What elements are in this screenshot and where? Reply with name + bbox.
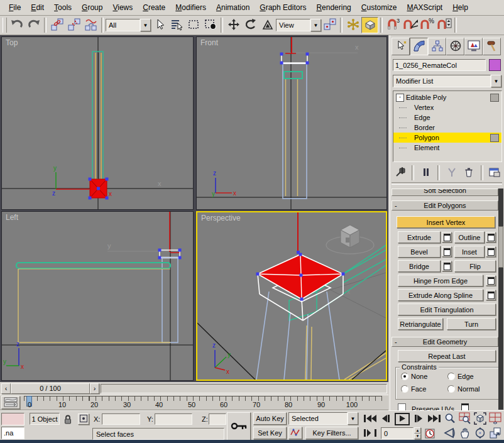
constraint-normal-radio[interactable]: Normal bbox=[447, 385, 479, 393]
expand-toggle[interactable]: - bbox=[396, 94, 404, 102]
time-configuration-button[interactable] bbox=[425, 427, 437, 441]
go-to-start-button[interactable] bbox=[363, 413, 377, 425]
set-key-button[interactable]: Set Key bbox=[253, 427, 287, 439]
key-filters-button[interactable]: Key Filters... bbox=[305, 427, 358, 439]
default-tangent-button[interactable] bbox=[288, 427, 302, 439]
rollout-edit-polygons-header[interactable]: - Edit Polygons bbox=[392, 200, 498, 211]
current-frame-field[interactable]: 0 bbox=[381, 427, 414, 439]
constraint-none-radio[interactable]: None bbox=[401, 373, 427, 380]
unlink-selection-button[interactable] bbox=[65, 17, 82, 33]
constraint-edge-radio[interactable]: Edge bbox=[447, 373, 474, 380]
viewport-top[interactable]: Top x y z x bbox=[1, 36, 194, 210]
spinner-up-icon[interactable]: ▲ bbox=[414, 427, 421, 434]
select-by-name-button[interactable] bbox=[168, 17, 185, 33]
window-crossing-toggle-button[interactable] bbox=[202, 17, 219, 33]
open-mini-curve-editor-button[interactable] bbox=[1, 396, 20, 409]
rollout-edit-geometry-header[interactable]: - Edit Geometry bbox=[392, 337, 498, 347]
panel-scrollbar-thumb[interactable] bbox=[498, 226, 503, 268]
menu-tools[interactable]: Tools bbox=[49, 1, 77, 14]
pin-stack-button[interactable] bbox=[393, 165, 407, 181]
rectangular-selection-region-button[interactable] bbox=[185, 17, 202, 33]
min-max-toggle-button[interactable] bbox=[489, 427, 501, 440]
hinge-settings-button[interactable] bbox=[486, 275, 496, 286]
modifier-list-dropdown[interactable]: Modifier List ▼ bbox=[393, 75, 501, 87]
extrude-along-spline-button[interactable]: Extrude Along Spline bbox=[398, 289, 483, 301]
track-bar[interactable]: 0 10 20 30 40 50 60 70 80 90 100 bbox=[0, 395, 388, 410]
time-slider-track[interactable] bbox=[101, 384, 387, 393]
hinge-from-edge-button[interactable]: Hinge From Edge bbox=[398, 275, 483, 287]
stack-row-toggle[interactable] bbox=[490, 134, 499, 142]
bridge-settings-button[interactable] bbox=[442, 261, 452, 271]
listener-macro-line[interactable] bbox=[1, 413, 25, 425]
tab-utilities[interactable] bbox=[483, 38, 501, 55]
tab-motion[interactable] bbox=[446, 38, 464, 55]
time-slider-next-arrow[interactable]: › bbox=[90, 383, 99, 394]
stack-row-edge[interactable]: Edge bbox=[393, 112, 501, 123]
menu-rendering[interactable]: Rendering bbox=[311, 1, 356, 14]
redo-button[interactable] bbox=[25, 17, 42, 33]
rollout-soft-selection-header[interactable]: Soft Selection bbox=[392, 189, 498, 196]
select-and-move-button[interactable] bbox=[225, 17, 242, 33]
repeat-last-button[interactable]: Repeat Last bbox=[398, 350, 496, 362]
select-and-link-button[interactable] bbox=[48, 17, 65, 33]
tab-create[interactable] bbox=[392, 38, 410, 55]
menu-create[interactable]: Create bbox=[138, 1, 170, 14]
undo-button[interactable] bbox=[8, 17, 25, 33]
arc-rotate-button[interactable] bbox=[474, 427, 486, 440]
spinner-down-icon[interactable]: ▼ bbox=[414, 434, 421, 440]
angle-snap-toggle-button[interactable] bbox=[402, 17, 419, 33]
bind-to-space-warp-button[interactable] bbox=[82, 17, 99, 33]
configure-modifier-sets-button[interactable] bbox=[488, 165, 502, 181]
menu-group[interactable]: Group bbox=[77, 1, 107, 14]
menu-file[interactable]: File bbox=[4, 1, 26, 14]
snaps-toggle-button[interactable]: 3 bbox=[385, 17, 402, 33]
viewport-front-label[interactable]: Front bbox=[200, 38, 218, 47]
tab-display[interactable] bbox=[464, 38, 483, 55]
remove-modifier-button[interactable] bbox=[462, 165, 476, 181]
flip-button[interactable]: Flip bbox=[454, 260, 496, 272]
menu-modifiers[interactable]: Modifiers bbox=[170, 1, 211, 14]
select-and-rotate-button[interactable] bbox=[242, 17, 259, 33]
chevron-down-icon[interactable]: ▼ bbox=[140, 19, 151, 31]
outline-button[interactable]: Outline bbox=[454, 231, 485, 243]
z-coord-input[interactable] bbox=[209, 414, 226, 424]
stack-row-editable-poly[interactable]: - Editable Poly bbox=[393, 92, 501, 102]
stack-row-border[interactable]: Border bbox=[393, 123, 501, 133]
bevel-settings-button[interactable] bbox=[442, 246, 452, 257]
y-coord-field[interactable] bbox=[155, 413, 192, 425]
tab-hierarchy[interactable] bbox=[428, 38, 446, 55]
stack-row-polygon-selected[interactable]: Polygon bbox=[393, 133, 501, 143]
keyboard-shortcut-override-toggle[interactable] bbox=[361, 17, 378, 33]
zoom-extents-all-button[interactable] bbox=[489, 412, 501, 426]
extrude-settings-button[interactable] bbox=[442, 232, 452, 243]
menu-customize[interactable]: Customize bbox=[356, 1, 402, 14]
viewport-top-label[interactable]: Top bbox=[6, 38, 18, 47]
zoom-button[interactable] bbox=[444, 412, 456, 426]
show-end-result-button[interactable] bbox=[419, 165, 433, 181]
inset-settings-button[interactable] bbox=[486, 246, 496, 257]
edit-triangulation-button[interactable]: Edit Triangulation bbox=[398, 304, 496, 315]
reference-coordinate-dropdown[interactable]: View ▼ bbox=[276, 19, 321, 31]
x-coord-input[interactable] bbox=[102, 414, 140, 424]
stack-row-element[interactable]: Element bbox=[393, 143, 501, 153]
zoom-all-button[interactable] bbox=[459, 412, 471, 426]
menu-views[interactable]: Views bbox=[107, 1, 138, 14]
viewport-left[interactable]: Left y z bbox=[1, 211, 194, 381]
next-frame-button[interactable] bbox=[413, 413, 424, 425]
settings-window-icon[interactable] bbox=[461, 403, 469, 410]
x-coord-field[interactable] bbox=[102, 413, 140, 425]
menu-maxscript[interactable]: MAXScript bbox=[402, 1, 448, 14]
select-object-button[interactable] bbox=[151, 17, 168, 33]
key-mode-toggle-button[interactable] bbox=[363, 428, 377, 439]
select-and-scale-button[interactable] bbox=[259, 17, 276, 33]
extrude-button[interactable]: Extrude bbox=[398, 231, 441, 243]
make-unique-button[interactable] bbox=[444, 165, 459, 181]
time-slider-handle[interactable]: 0 / 100 bbox=[11, 383, 90, 394]
zoom-extents-button[interactable] bbox=[474, 412, 486, 426]
percent-snap-toggle-button[interactable]: % bbox=[419, 17, 436, 33]
panel-scrollbar[interactable] bbox=[498, 189, 503, 410]
turn-button[interactable]: Turn bbox=[447, 318, 496, 330]
preserve-uvs-checkbox[interactable] bbox=[398, 403, 406, 410]
listener-script-line[interactable]: .na bbox=[1, 427, 25, 439]
field-of-view-button[interactable] bbox=[444, 427, 456, 440]
